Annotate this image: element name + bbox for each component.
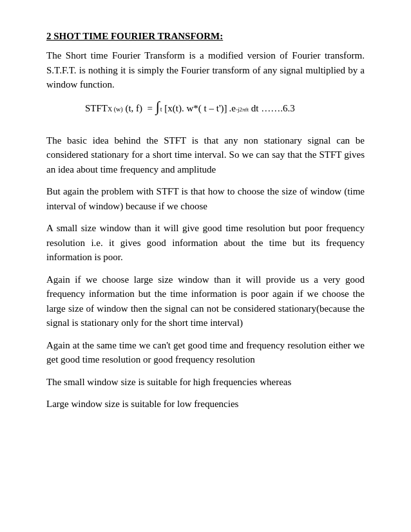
page: 2 SHOT TIME FOURIER TRANSFORM: The Short… <box>0 0 411 532</box>
formula-end: dt …….6.3 <box>249 100 295 117</box>
formula-line: STFTX (w) (t, f) = ∫t [x(t). w*( t – t')… <box>85 100 365 117</box>
small-suitable-paragraph: The small window size is suitable for hi… <box>46 375 365 390</box>
basic-idea-paragraph: The basic idea behind the STFT is that a… <box>46 133 365 177</box>
formula-exponent: -j2πft <box>236 104 249 115</box>
tradeoff-paragraph: Again at the same time we can't get good… <box>46 338 365 367</box>
formula-stft: STFT <box>85 100 108 117</box>
small-window-paragraph: A small size window than it will give go… <box>46 221 365 265</box>
section-title: 2 SHOT TIME FOURIER TRANSFORM: <box>46 31 365 42</box>
intro-paragraph: The Short time Fourier Transform is a mo… <box>46 48 365 92</box>
formula-body: [x(t). w*( t – t')] .e <box>162 100 236 117</box>
formula-tf: (t, f) = <box>123 100 155 117</box>
formula-x-sub: X <box>108 104 112 115</box>
problem-paragraph: But again the problem with STFT is that … <box>46 184 365 213</box>
formula-integral: ∫ <box>156 100 160 114</box>
large-window-paragraph: Again if we choose large size window tha… <box>46 272 365 330</box>
formula-w-sup: (w) <box>112 104 122 115</box>
large-suitable-paragraph: Large window size is suitable for low fr… <box>46 397 365 412</box>
